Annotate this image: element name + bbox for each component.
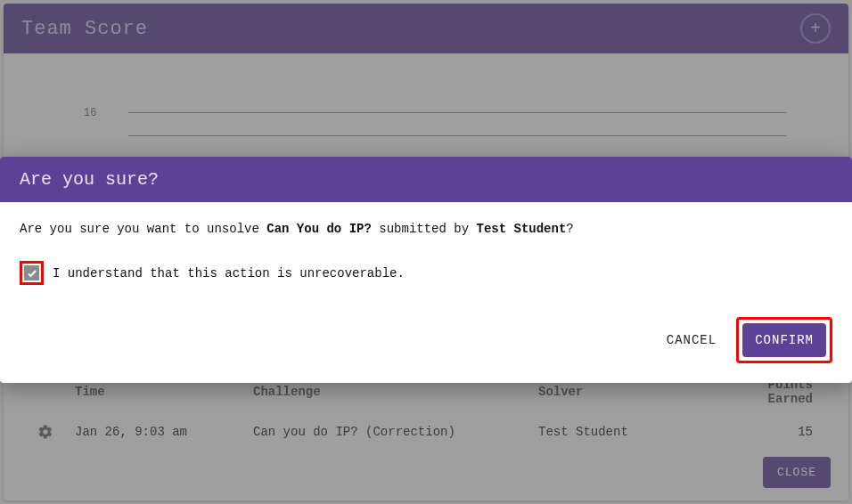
confirm-modal: Are you sure? Are you sure you want to u… — [0, 157, 852, 383]
modal-msg-solver: Test Student — [477, 222, 567, 236]
check-icon — [27, 268, 37, 279]
modal-msg-prefix: Are you sure you want to unsolve — [20, 222, 266, 236]
modal-msg-challenge: Can You do IP? — [266, 222, 372, 236]
cancel-button[interactable]: CANCEL — [663, 324, 720, 356]
modal-body: Are you sure you want to unsolve Can You… — [0, 202, 852, 301]
modal-title: Are you sure? — [0, 157, 852, 202]
modal-msg-suffix: ? — [566, 222, 573, 236]
confirm-button[interactable]: CONFIRM — [742, 323, 826, 357]
confirm-checkbox-row: I understand that this action is unrecov… — [20, 261, 832, 285]
modal-msg-mid: submitted by — [372, 222, 477, 236]
confirm-highlight: CONFIRM — [736, 317, 832, 363]
modal-actions: CANCEL CONFIRM — [0, 301, 852, 383]
checkbox-highlight — [20, 261, 44, 285]
modal-message: Are you sure you want to unsolve Can You… — [20, 222, 832, 236]
checkbox-label: I understand that this action is unrecov… — [53, 266, 405, 280]
confirm-checkbox[interactable] — [24, 265, 39, 280]
